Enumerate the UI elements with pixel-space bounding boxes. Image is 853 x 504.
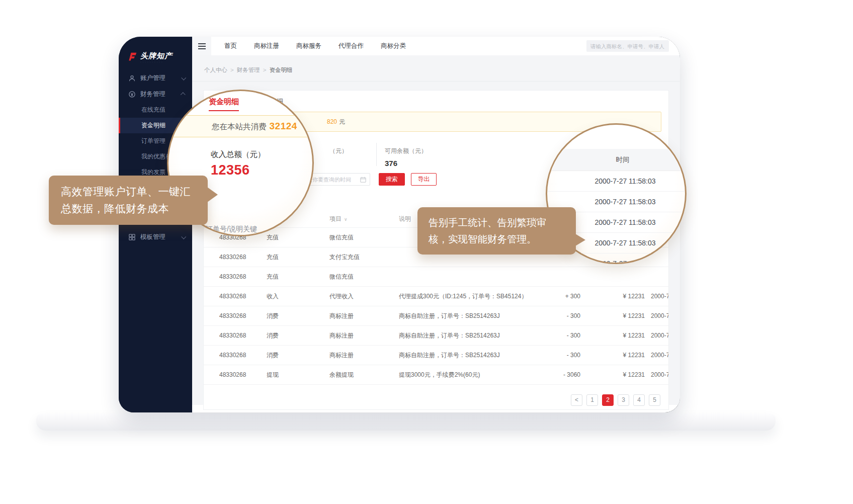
breadcrumb-separator: > — [263, 67, 267, 73]
cell-balance: ¥ 12231 — [582, 312, 647, 319]
magnified-time-column-header: 时间 — [546, 149, 686, 171]
cell-order: 48330268 — [204, 352, 267, 359]
table-row: 48330268 消费 商标注册 商标自助注册，订单号：SB2514263J -… — [204, 346, 669, 365]
search-button[interactable]: 搜索 — [379, 173, 405, 186]
export-button[interactable]: 导出 — [411, 173, 437, 186]
cell-order: 48330268 — [204, 293, 267, 300]
cell-type: 消费 — [267, 312, 329, 320]
breadcrumb-item[interactable]: 财务管理 — [237, 67, 260, 73]
cell-time: 2000-7-27 11:58:03 — [647, 352, 669, 359]
brand-subtext: ·········· — [140, 60, 173, 64]
magnified-tab-funds-detail: 资金明细 — [209, 97, 239, 111]
cell-amount: - 300 — [540, 332, 582, 339]
breadcrumb: 个人中心>财务管理>资金明细 — [192, 55, 680, 81]
cell-project: 余额提现 — [329, 371, 399, 379]
cell-desc: 商标自助注册，订单号：SB2514263J — [399, 351, 540, 360]
nav-tab-trademark-category[interactable]: 商标分类 — [381, 42, 406, 50]
pagination-page-button[interactable]: 4 — [633, 394, 645, 406]
template-icon — [128, 233, 136, 241]
cell-balance: ¥ 12231 — [582, 352, 647, 359]
user-icon — [128, 74, 136, 82]
pagination-page-button[interactable]: 3 — [618, 394, 629, 406]
cell-balance: ¥ 12231 — [582, 371, 647, 378]
cell-desc: 代理提成300元（ID:1245，订单号：SB45124） — [399, 292, 540, 301]
breadcrumb-separator: > — [230, 67, 234, 73]
callout-left-text: 高效管理账户订单、一键汇总数据，降低财务成本 — [61, 183, 196, 217]
magnified-income-value: 12356 — [211, 162, 250, 178]
cell-desc: 商标自助注册，订单号：SB2514263J — [399, 312, 540, 320]
table-row: 48330268 消费 商标注册 商标自助注册，订单号：SB2514263J -… — [204, 326, 669, 346]
sidebar-subitem-recharge[interactable]: 在线充值 — [119, 102, 192, 118]
nav-tab-home[interactable]: 首页 — [224, 42, 237, 50]
magnified-time-cell: 2000-7-27 11:58:03 — [546, 171, 686, 192]
nav-tab-agent-coop[interactable]: 代理合作 — [338, 42, 364, 50]
available-balance-value: 376 — [385, 159, 397, 167]
notice-unit: 元 — [339, 118, 345, 125]
brand-name: 头牌知产 — [140, 52, 173, 60]
sort-caret-icon[interactable]: ∨ — [344, 217, 348, 222]
cell-project: 商标注册 — [329, 312, 399, 320]
cell-project: 商标注册 — [329, 351, 399, 360]
table-row: 48330268 提现 余额提现 提现3000元，手续费2%(60元) - 30… — [204, 365, 669, 385]
cell-desc: 商标自助注册，订单号：SB2514263J — [399, 331, 540, 340]
magnified-notice-bar: 您在本站共消费32124 — [167, 115, 313, 137]
cell-project: 商标注册 — [329, 331, 399, 340]
notice-amount-fragment: 820 — [327, 118, 337, 125]
cell-amount: - 3060 — [540, 371, 582, 378]
cell-desc: 提现3000元，手续费2%(60元) — [399, 371, 540, 379]
cell-order: 48330268 — [204, 254, 267, 261]
table-row: 48330268 消费 商标注册 商标自助注册，订单号：SB2514263J -… — [204, 306, 669, 326]
sidebar-item-account[interactable]: 账户管理 — [119, 70, 192, 86]
chevron-down-icon — [181, 234, 186, 239]
pagination-page-button-active[interactable]: 2 — [602, 394, 614, 406]
cell-type: 消费 — [267, 351, 329, 360]
calendar-icon[interactable] — [360, 177, 366, 183]
cell-project: 微信充值 — [329, 233, 399, 242]
cell-amount: - 300 — [540, 352, 582, 359]
col-header-project[interactable]: 项目∨ — [329, 215, 399, 223]
page: 头牌知产 ·········· 账户管理 — [0, 0, 853, 504]
sidebar-item-finance[interactable]: 财务管理 — [119, 86, 192, 102]
breadcrumb-item[interactable]: 个人中心 — [204, 67, 227, 73]
table-row: 48330268 充值 微信充值 — [204, 267, 669, 287]
cell-order: 48330268 — [204, 273, 267, 280]
middle-stat-label-fragment: （元） — [329, 147, 348, 155]
cell-amount: - 300 — [540, 312, 582, 319]
cell-type: 充值 — [267, 273, 329, 281]
cell-type: 提现 — [267, 371, 329, 379]
nav-tab-trademark-service[interactable]: 商标服务 — [296, 42, 321, 50]
cell-time: 2000-7-27 11:58:03 — [647, 371, 669, 378]
cell-type: 充值 — [267, 233, 329, 242]
trademark-search-input[interactable] — [586, 40, 669, 52]
cell-project: 微信充值 — [329, 273, 399, 281]
callout-right-pointer — [575, 234, 585, 246]
nav-tab-trademark-register[interactable]: 商标注册 — [254, 42, 279, 50]
pagination-prev-button[interactable]: < — [571, 394, 582, 406]
callout-right-text: 告别手工统计、告别繁琐审核，实现智能财务管理。 — [429, 214, 565, 247]
callout-left-pointer — [207, 187, 218, 202]
sidebar-item-label: 账户管理 — [140, 74, 182, 82]
sidebar-item-label: 财务管理 — [140, 90, 182, 99]
sidebar-item-label: 模板管理 — [140, 233, 182, 241]
laptop-base — [36, 413, 776, 431]
hamburger-menu-icon[interactable] — [192, 37, 211, 55]
cell-balance: ¥ 12231 — [582, 332, 647, 339]
pagination-page-button[interactable]: 5 — [649, 394, 660, 406]
breadcrumb-current: 资金明细 — [269, 67, 292, 73]
stats-divider — [376, 143, 377, 166]
available-balance-label: 可用余额（元） — [385, 147, 427, 155]
cell-time: 2000-7-27 11:58:03 — [647, 312, 669, 319]
magnified-notice-prefix: 您在本站共消费 — [212, 122, 267, 131]
sidebar-item-template[interactable]: 模板管理 — [119, 229, 192, 245]
callout-right: 告别手工统计、告别繁琐审核，实现智能财务管理。 — [417, 207, 576, 255]
brand-logo-icon — [127, 52, 137, 62]
top-navbar: 首页 商标注册 商标服务 代理合作 商标分类 — [192, 37, 680, 55]
table-row: 48330268 收入 代理收入 代理提成300元（ID:1245，订单号：SB… — [204, 287, 669, 306]
magnified-notice-amount: 32124 — [270, 121, 297, 131]
pagination-page-button[interactable]: 1 — [586, 394, 598, 406]
chevron-down-icon — [181, 75, 186, 80]
callout-left: 高效管理账户订单、一键汇总数据，降低财务成本 — [49, 176, 208, 225]
cell-project: 支付宝充值 — [329, 253, 399, 262]
cell-balance: ¥ 12231 — [582, 293, 647, 300]
cell-time: 2000-7-27 11:58:03 — [647, 293, 669, 300]
